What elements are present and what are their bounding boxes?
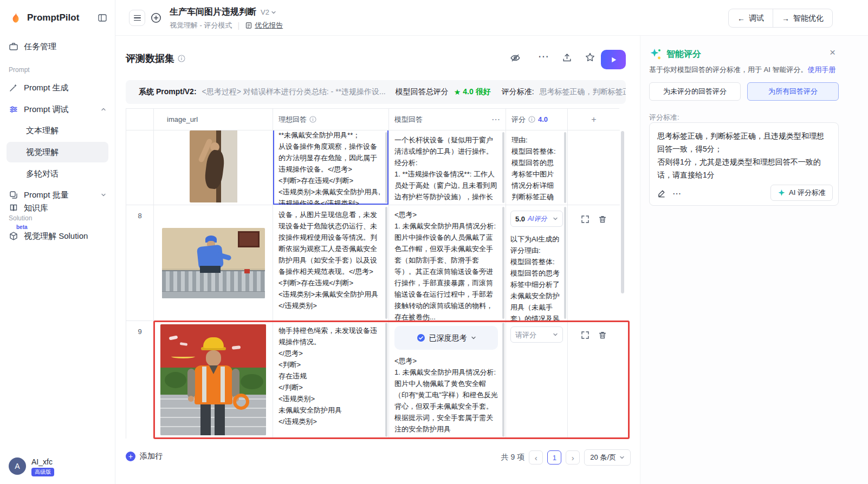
more-actions-button[interactable]: ⋯ [538,50,549,63]
sidebar-item-visual-solution[interactable]: beta 视觉理解 Solution [0,225,115,247]
ai-criteria-label: AI 评分标准 [789,188,826,198]
col-label: image_url [167,115,198,123]
add-row-button[interactable]: + 添加行 [126,452,163,461]
row7-score-cell[interactable]: 理由: 模型回答整体: 模型回答的思考标签中图片情况分析详细判断标签正确为存在违… [506,130,568,205]
row9-image-cell[interactable] [154,321,273,439]
scrollbar[interactable] [502,323,504,437]
score-dropdown[interactable]: 5.0 AI评分 [510,211,563,227]
ai-criteria-button[interactable]: AI 评分标准 [770,185,833,201]
delete-icon[interactable] [598,331,607,339]
row7-ideal-cell[interactable]: **未佩戴安全防护用具**； 从设备操作角度观察，操作设备的方法明显存在危险，因… [273,130,389,205]
expand-icon[interactable] [581,215,590,224]
sidebar-item-prompt-generate[interactable]: Prompt 生成 [0,77,115,99]
sidebar-item-text-understanding[interactable]: 文本理解 [0,120,115,141]
row8-score-cell[interactable]: 5.0 AI评分 以下为AI生成的评分理由: 模型回答整体: 模型回答的思考标签… [506,205,568,321]
row8-ideal-cell[interactable]: 设备，从图片呈现信息看，未发现设备处于危险状态仍运行、未按操作规程使用设备等情况… [273,205,389,321]
more-options-button[interactable]: ⋯ [672,188,681,199]
scrollbar-thumb[interactable] [621,131,624,293]
user-name: AI_xfc [31,457,54,466]
row9-ideal-cell[interactable]: 物手持橙色绳索，未发现设备违规操作情况。 </思考> <判断> 存在违规 </判… [273,321,389,439]
scrollbar[interactable] [564,207,566,319]
row7-model-cell[interactable]: 一个长杆状设备（疑似用于窗户清洁或维护的工具）进行操作。经分析: 1. **违规… [389,130,506,205]
row-number: 9 [138,328,141,439]
deep-thinking-toggle[interactable]: 已深度思考 [394,326,498,350]
version-select[interactable]: V2 [261,8,276,16]
sidebar-item-label: 多轮对话 [26,169,59,179]
score-all-button[interactable]: 为所有回答评分 [747,82,839,101]
row8-photo[interactable] [162,228,265,298]
smart-optimize-nav-button[interactable]: → 智能优化 [773,9,832,27]
col-header-model-answer[interactable]: 模型回答 ⋯ [389,109,506,130]
photo-part [238,231,260,247]
version-label: V2 [261,8,269,16]
hide-columns-button[interactable] [510,53,521,63]
edit-pencil-icon[interactable] [657,189,666,198]
row8-image-cell[interactable] [154,205,273,321]
scrollbar[interactable] [502,207,504,319]
scrollbar[interactable] [385,323,387,437]
run-evaluation-button[interactable] [601,50,626,69]
manual-link[interactable]: 使用手册 [808,66,836,74]
chevron-down-icon [553,216,558,221]
plus-icon: + [591,115,596,125]
row9-model-cell[interactable]: 已深度思考 <思考> 1. 未佩戴安全防护用具情况分析: 图片中人物佩戴了黄色安… [389,321,506,439]
collapse-sidebar-icon[interactable] [98,13,107,23]
current-page[interactable]: 1 [547,450,561,465]
info-icon[interactable] [309,116,316,123]
criteria-card[interactable]: 思考标签正确，判断标签正确，且违规类型和理想回答一致，得5分； 否则得1分，尤其… [649,122,839,206]
overall-score-value: 4.0 很好 [463,87,490,97]
overall-score-label: 模型回答总评分 [396,87,449,97]
delete-icon[interactable] [598,215,607,224]
photo-part [188,396,194,402]
sidebar-item-prompt-debug[interactable]: Prompt 调试 [0,99,115,120]
prev-page-button[interactable]: ‹ [529,450,543,465]
table-scrollbar[interactable] [621,112,624,435]
sidebar-item-visual-understanding[interactable]: 视觉理解 [7,142,108,162]
model-answer-text: <思考> 1. 未佩戴安全防护用具情况分析: 图片中操作设备的人员佩戴了蓝色工作… [394,209,498,321]
close-icon[interactable]: × [830,47,835,58]
chevron-down-icon [619,455,625,460]
score-unscored-button[interactable]: 为未评分的回答评分 [649,82,741,101]
sidebar-item-task-management[interactable]: 任务管理 [0,36,115,57]
col-header-ideal-answer[interactable]: 理想回答 [273,109,389,130]
expand-icon[interactable] [581,331,590,339]
row7-image-cell[interactable] [154,130,273,205]
scrollbar[interactable] [502,132,504,203]
score-all-label: 为所有回答评分 [768,87,818,96]
score-unscored-label: 为未评分的回答评分 [663,87,727,96]
sidebar-item-multiturn-dialog[interactable]: 多轮对话 [0,163,115,184]
column-menu-icon[interactable]: ⋯ [491,114,500,125]
app-name: PromptPilot [27,12,93,23]
criteria-label: 评分标准: [649,113,679,122]
score-dropdown[interactable]: 请评分 [510,326,563,343]
upload-button[interactable] [562,53,572,63]
info-icon[interactable] [528,116,535,123]
row9-score-cell[interactable]: 请评分 [506,321,568,439]
arrow-left-icon: ← [737,14,745,23]
optimize-report-link[interactable]: 优化报告 [255,21,283,30]
cube-icon [9,231,18,241]
page-size-select[interactable]: 20 条/页 [584,449,631,466]
user-account[interactable]: A AI_xfc 高级版 [0,450,115,484]
system-prompt-bar[interactable]: 系统 Prompt/V2: <思考过程> 对错误样本进行分类总结: - **违规… [126,80,626,104]
row7-photo[interactable] [190,130,237,202]
col-header-score[interactable]: 评分 4.0 [506,109,568,130]
sidebar-item-label: 视觉理解 [26,147,59,158]
add-column-button[interactable]: + [568,109,620,130]
scrollbar[interactable] [385,132,387,203]
info-icon[interactable] [178,55,185,62]
photo-part [162,291,265,298]
scrollbar[interactable] [564,132,566,203]
add-version-button[interactable] [150,12,162,24]
system-prompt-text: <思考过程> 对错误样本进行分类总结: - **违规操作设... [202,87,386,97]
scrollbar[interactable] [385,207,387,319]
favorite-star-button[interactable] [585,52,595,63]
next-page-button[interactable]: › [566,450,580,465]
row9-photo[interactable] [160,324,266,435]
hamburger-menu-button[interactable] [129,10,145,26]
col-header-image-url[interactable]: image_url [154,109,273,130]
row-index [126,130,154,205]
debug-nav-button[interactable]: ← 调试 [729,9,773,27]
sidebar-item-knowledge-base[interactable]: 知识库 [0,197,115,219]
row8-model-cell[interactable]: <思考> 1. 未佩戴安全防护用具情况分析: 图片中操作设备的人员佩戴了蓝色工作… [389,205,506,321]
